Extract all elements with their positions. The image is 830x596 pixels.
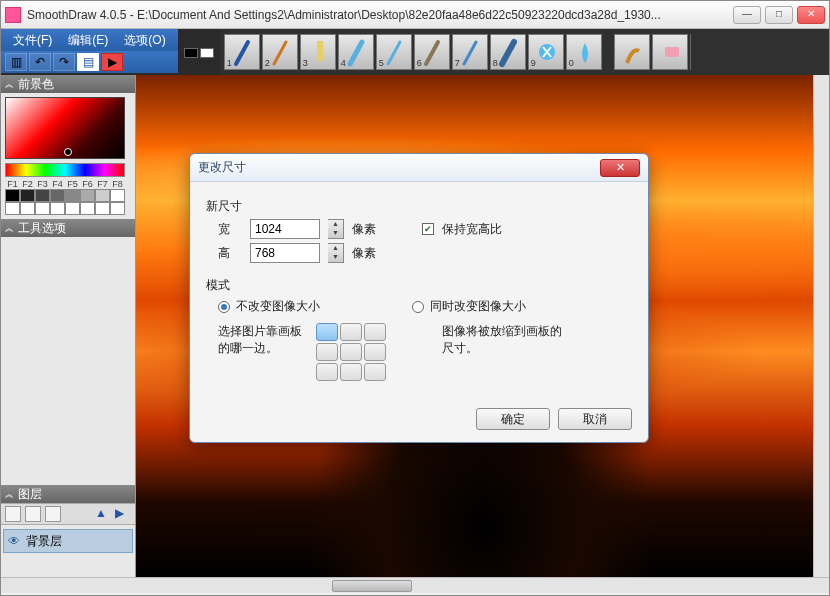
- anchor-tl[interactable]: [316, 323, 338, 341]
- color-swatch[interactable]: [65, 189, 80, 202]
- cancel-button[interactable]: 取消: [558, 408, 632, 430]
- width-input[interactable]: [250, 219, 320, 239]
- color-swatch[interactable]: [80, 189, 95, 202]
- menu-options[interactable]: 选项(O): [116, 32, 173, 49]
- brush-toolbar: 1 2 3 4 5 6 7 8 9 0: [220, 29, 829, 75]
- color-swatch[interactable]: [110, 202, 125, 215]
- layer-item-background[interactable]: 👁 背景层: [3, 529, 133, 553]
- height-label: 高: [218, 245, 242, 262]
- hue-slider[interactable]: [5, 163, 125, 177]
- vertical-scrollbar[interactable]: [813, 75, 829, 577]
- anchor-tc[interactable]: [340, 323, 362, 341]
- anchor-grid: [316, 323, 386, 381]
- width-spinner[interactable]: ▲▼: [328, 219, 344, 239]
- color-swatch[interactable]: [20, 202, 35, 215]
- color-marker-icon[interactable]: [64, 148, 72, 156]
- color-swatch[interactable]: [35, 202, 50, 215]
- width-label: 宽: [218, 221, 242, 238]
- tool-options-panel-header[interactable]: ︽工具选项: [1, 219, 135, 237]
- color-swatch[interactable]: [35, 189, 50, 202]
- brush-tool-1[interactable]: 1: [224, 34, 260, 70]
- height-unit: 像素: [352, 245, 376, 262]
- sidebar: ︽前景色 F1F2F3F4F5F6F7F8 ︽工具选项 ︽图层 ▲ ▶ 👁 背景…: [1, 75, 136, 577]
- swatch-row-2: [5, 202, 125, 215]
- quickbar-doc-icon[interactable]: ▤: [77, 53, 99, 71]
- brush-tool-6[interactable]: 6: [414, 34, 450, 70]
- quickbar-new-icon[interactable]: ▥: [5, 53, 27, 71]
- dialog-title: 更改尺寸: [198, 159, 600, 176]
- app-icon: [5, 7, 21, 23]
- color-swatch[interactable]: [50, 189, 65, 202]
- layer-up-icon[interactable]: ▲: [95, 506, 111, 522]
- color-swatch[interactable]: [5, 189, 20, 202]
- color-gradient-picker[interactable]: [5, 97, 125, 159]
- color-swatch[interactable]: [20, 189, 35, 202]
- keep-ratio-label: 保持宽高比: [442, 221, 502, 238]
- swatch-labels: F1F2F3F4F5F6F7F8: [5, 179, 125, 189]
- mode2-radio[interactable]: [412, 301, 424, 313]
- menu-file[interactable]: 文件(F): [5, 32, 60, 49]
- color-swatch[interactable]: [5, 202, 20, 215]
- dialog-close-button[interactable]: ✕: [600, 159, 640, 177]
- quickbar-record-icon[interactable]: ▶: [101, 53, 123, 71]
- bg-color-swatch[interactable]: [184, 48, 198, 58]
- layer-delete-icon[interactable]: [25, 506, 41, 522]
- color-swatch[interactable]: [50, 202, 65, 215]
- brush-tool-0[interactable]: 0: [566, 34, 602, 70]
- color-swatch[interactable]: [95, 189, 110, 202]
- scrollbar-thumb[interactable]: [332, 580, 412, 592]
- collapse-icon: ︽: [5, 78, 14, 91]
- color-swatch[interactable]: [95, 202, 110, 215]
- color-swatch[interactable]: [65, 202, 80, 215]
- smudge-tool[interactable]: [614, 34, 650, 70]
- anchor-mc[interactable]: [340, 343, 362, 361]
- color-swatch[interactable]: [80, 202, 95, 215]
- scale-hint: 图像将被放缩到画板的尺寸。: [442, 323, 572, 357]
- brush-tool-2[interactable]: 2: [262, 34, 298, 70]
- svg-rect-0: [317, 41, 323, 61]
- close-button[interactable]: ✕: [797, 6, 825, 24]
- brush-tool-7[interactable]: 7: [452, 34, 488, 70]
- dialog-titlebar[interactable]: 更改尺寸 ✕: [190, 154, 648, 182]
- foreground-panel-header[interactable]: ︽前景色: [1, 75, 135, 93]
- brush-tool-9[interactable]: 9: [528, 34, 564, 70]
- menu-edit[interactable]: 编辑(E): [60, 32, 116, 49]
- window-title: SmoothDraw 4.0.5 - E:\Document And Setti…: [27, 8, 733, 22]
- mode2-label: 同时改变图像大小: [430, 298, 526, 315]
- brush-tool-3[interactable]: 3: [300, 34, 336, 70]
- keep-ratio-checkbox[interactable]: ✔: [422, 223, 434, 235]
- anchor-bc[interactable]: [340, 363, 362, 381]
- swatch-row-1: [5, 189, 125, 202]
- collapse-icon: ︽: [5, 222, 14, 235]
- layers-panel-header[interactable]: ︽图层: [1, 485, 135, 503]
- color-swatch[interactable]: [110, 189, 125, 202]
- layer-label: 背景层: [26, 533, 62, 550]
- height-input[interactable]: [250, 243, 320, 263]
- maximize-button[interactable]: □: [765, 6, 793, 24]
- mode1-radio[interactable]: [218, 301, 230, 313]
- brush-tool-4[interactable]: 4: [338, 34, 374, 70]
- layer-dup-icon[interactable]: [45, 506, 61, 522]
- height-spinner[interactable]: ▲▼: [328, 243, 344, 263]
- anchor-bl[interactable]: [316, 363, 338, 381]
- visibility-icon[interactable]: 👁: [8, 534, 20, 548]
- eraser-tool[interactable]: [652, 34, 688, 70]
- svg-rect-2: [665, 47, 679, 57]
- minimize-button[interactable]: —: [733, 6, 761, 24]
- anchor-br[interactable]: [364, 363, 386, 381]
- anchor-mr[interactable]: [364, 343, 386, 361]
- top-toolbar-region: 文件(F) 编辑(E) 选项(O) ▥ ↶ ↷ ▤ ▶ 1 2 3 4 5 6 …: [1, 29, 829, 75]
- anchor-ml[interactable]: [316, 343, 338, 361]
- quickbar-redo-icon[interactable]: ↷: [53, 53, 75, 71]
- foreground-color-panel: F1F2F3F4F5F6F7F8: [1, 93, 135, 219]
- layer-down-icon[interactable]: ▶: [115, 506, 131, 522]
- ok-button[interactable]: 确定: [476, 408, 550, 430]
- resize-dialog: 更改尺寸 ✕ 新尺寸 宽 ▲▼ 像素 ✔ 保持宽高比 高 ▲▼ 像素 模式 不改…: [189, 153, 649, 443]
- horizontal-scrollbar[interactable]: [1, 577, 829, 593]
- brush-tool-5[interactable]: 5: [376, 34, 412, 70]
- anchor-tr[interactable]: [364, 323, 386, 341]
- quickbar-undo-icon[interactable]: ↶: [29, 53, 51, 71]
- layer-add-icon[interactable]: [5, 506, 21, 522]
- swap-colors-icon[interactable]: [200, 48, 214, 58]
- brush-tool-8[interactable]: 8: [490, 34, 526, 70]
